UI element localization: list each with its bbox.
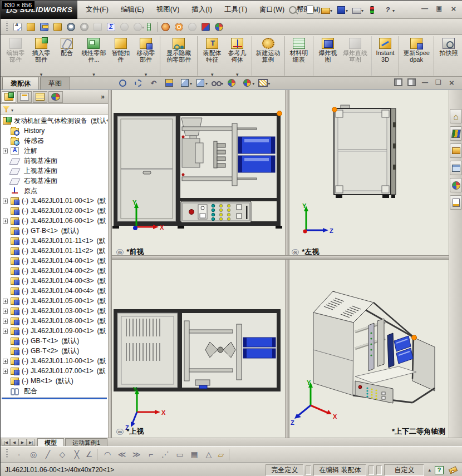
ribbon-button[interactable]: 配合 [54,36,80,76]
tab-featuremanager[interactable] [2,91,16,103]
utility-toolbar-button[interactable] [147,22,158,32]
sketch-tool-icon[interactable]: ▦ [188,449,200,460]
viewport-front-view[interactable]: Y X [112,90,285,255]
view-toolbar-button[interactable] [195,77,208,88]
task-pane-button[interactable] [450,109,462,123]
dropdown-arrow-icon[interactable] [190,79,192,87]
sketch-tool-icon[interactable]: ⌐ [145,449,157,460]
rollback-bar[interactable] [2,398,107,399]
tab-propertymanager[interactable] [17,91,32,103]
tree-item[interactable]: 右视基准面 [1,176,108,186]
sketch-tool-icon[interactable]: ◎ [27,449,40,460]
tree-item[interactable]: (-) JL462JL01.06-00<1> (默 [1,216,108,226]
ribbon-button[interactable]: 移动零部件 [134,36,160,76]
sketch-tool-icon[interactable]: ╱ [42,449,54,460]
utility-toolbar-button[interactable] [67,22,77,32]
tree-item[interactable]: (-) JL462JL01.07.00<1> (默 [1,366,108,376]
dropdown-arrow-icon[interactable] [145,70,148,76]
study-nav-button[interactable]: |◀ [2,439,10,446]
tree-item[interactable]: History [1,126,108,136]
study-nav-button[interactable]: ◀ [10,439,18,446]
dropdown-arrow-icon[interactable] [11,106,13,113]
tree-item[interactable]: 注解 [1,146,108,156]
sketch-tool-icon[interactable]: ≫ [130,449,142,460]
expand-toggle-icon[interactable] [3,319,8,324]
utility-toolbar-button[interactable] [94,22,104,32]
view-toolbar-button[interactable] [227,77,239,88]
ribbon-button[interactable]: 插入零部件 [28,36,54,76]
view-toolbar-button[interactable] [164,77,176,88]
help-icon[interactable]: ? [435,466,444,474]
tree-item[interactable]: 上视基准面 [1,166,108,176]
ribbon-button[interactable]: 参考几何体 [225,36,252,76]
ribbon-button[interactable]: 新建运动算例 [254,36,285,76]
tree-item[interactable]: 配合 [1,386,108,396]
quick-toolbar-button[interactable] [382,4,396,16]
ribbon-button[interactable]: 装配体特征 [199,36,225,76]
ribbon-button[interactable]: Instant3D [373,36,399,76]
expand-toggle-icon[interactable] [3,359,8,364]
dropdown-arrow-icon[interactable] [92,70,95,76]
document-window-button[interactable] [448,78,456,86]
study-tab[interactable]: 模型 [37,438,64,446]
expand-toggle-icon[interactable] [3,148,8,153]
quick-toolbar-button[interactable] [366,4,380,16]
tree-item[interactable]: (-) JL462JL01.05-00<1> (默 [1,296,108,306]
expand-toggle-icon[interactable] [3,329,8,334]
utility-toolbar-button[interactable] [13,22,24,32]
expand-toggle-icon[interactable] [3,219,8,224]
command-tab[interactable]: 草图 [40,77,70,90]
isometric-view-drawing[interactable]: Y X Z [289,260,449,438]
tree-item[interactable]: (-) JL462JL01.10-00<1> (默 [1,356,108,366]
units-arrow-icon[interactable]: ▴ [428,467,431,473]
toolbar-grip[interactable] [6,22,8,32]
ribbon-button[interactable]: 智能扣件 [108,36,134,76]
viewport-left-view[interactable]: Y Z [289,90,449,255]
dropdown-arrow-icon[interactable] [236,70,239,76]
ribbon-button[interactable]: 更新Speedpak [401,36,434,76]
view-toolbar-button[interactable] [258,77,270,88]
view-toolbar-button[interactable] [242,77,254,88]
tree-item[interactable]: (-) JL462JL01.04-00<3> (默 [1,276,108,286]
study-nav-button[interactable]: ▶ [18,439,27,446]
task-pane-button[interactable] [450,143,462,158]
task-pane-button[interactable] [450,126,462,141]
task-pane-button[interactable] [450,178,462,192]
expand-toggle-icon[interactable] [3,369,8,374]
ribbon-button[interactable]: 线性零部件... [80,36,108,76]
menu-item[interactable]: 工具(T) [218,3,253,17]
tab-configurationmanager[interactable] [33,91,47,103]
selection-point[interactable] [412,335,417,340]
utility-toolbar-button[interactable] [107,22,117,32]
viewport-isometric-view[interactable]: Y X Z [289,260,449,438]
document-window-button[interactable] [407,78,416,86]
dropdown-arrow-icon[interactable] [40,70,43,76]
tree-item[interactable]: (-) JL462JL01.04-00<4> (默 [1,286,108,296]
tree-item[interactable]: (-) GB-T<2> (默认) [1,346,108,356]
graphics-viewport[interactable]: Y X [112,90,449,438]
menu-item[interactable]: 文件(F) [80,3,115,17]
document-window-button[interactable] [394,78,402,86]
tree-item[interactable]: 传感器 [1,136,108,146]
units-cell[interactable]: 自定义 [384,464,424,476]
minimize-button[interactable] [420,4,429,13]
utility-toolbar-button[interactable] [53,22,64,32]
expand-toggle-icon[interactable] [3,299,8,304]
view-toolbar-button[interactable] [133,77,145,88]
sketch-tool-icon[interactable]: ◠ [101,449,114,460]
tree-item[interactable]: (-) MB<1> (默认) [1,376,108,386]
quick-toolbar-button[interactable] [351,4,365,16]
close-button[interactable] [449,4,458,13]
view-toolbar-button[interactable] [149,77,161,88]
utility-toolbar-button[interactable] [215,22,225,32]
quick-toolbar-button[interactable] [304,4,318,16]
utility-toolbar-button[interactable] [80,22,91,32]
quick-toolbar-button[interactable] [335,4,349,16]
tree-item[interactable]: (-) JL462JL01.09-00<1> (默 [1,326,108,336]
restore-button[interactable] [435,4,444,13]
filter-funnel-icon[interactable] [3,106,9,112]
menu-item[interactable]: 视图(V) [150,3,186,17]
tree-item[interactable]: (-) JL462JL01.04-00<1> (默 [1,256,108,266]
tree-item[interactable]: (-) JL462JL01.04-00<2> (默 [1,266,108,276]
tree-item[interactable]: (-) JL462JL01.03-00<1> (默 [1,306,108,316]
